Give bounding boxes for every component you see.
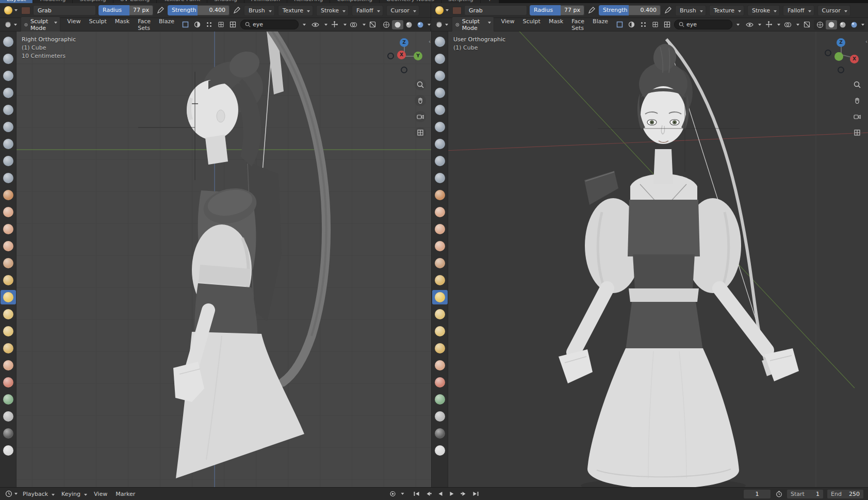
popover-cursor[interactable]: Cursor: [386, 5, 419, 16]
current-frame-field[interactable]: 1: [743, 489, 771, 499]
jump-to-start-button[interactable]: [411, 489, 421, 498]
menu-face-sets[interactable]: Face Sets: [134, 17, 155, 33]
gizmo-y-axis[interactable]: Y: [414, 52, 422, 60]
chevron-down-icon[interactable]: [758, 24, 761, 26]
dots-toggle-icon[interactable]: [638, 20, 648, 29]
chevron-down-icon[interactable]: [736, 24, 740, 26]
workspace-tab-texture-paint[interactable]: Texture Paint: [157, 0, 207, 3]
sculpt-brush-pinch[interactable]: [432, 273, 448, 287]
brush-thumbnail[interactable]: [452, 7, 462, 14]
popover-brush[interactable]: Brush: [675, 5, 706, 16]
auto-keying-button[interactable]: [387, 489, 398, 498]
sculpt-brush-draw-sharp[interactable]: [1, 52, 16, 66]
perspective-toggle-icon[interactable]: [415, 127, 426, 138]
sculpt-brush-pose[interactable]: [432, 358, 448, 373]
sculpt-brush-draw[interactable]: [1, 35, 16, 49]
sculpt-brush-clay-strips[interactable]: [432, 86, 448, 100]
character-model-side-view[interactable]: [0, 31, 431, 487]
search-input[interactable]: [686, 21, 728, 28]
menu-blaze[interactable]: Blaze: [155, 17, 178, 33]
stopwatch-icon[interactable]: [774, 489, 783, 498]
strength-slider[interactable]: Strength 0.400: [168, 5, 230, 15]
menu-view[interactable]: View: [497, 17, 518, 33]
remesh-grid-icon[interactable]: [228, 20, 238, 29]
brush-name-field[interactable]: Grab: [33, 5, 96, 15]
sculpt-brush-layer[interactable]: [1, 120, 16, 134]
gizmo-z-negative[interactable]: [838, 67, 844, 73]
menu-view[interactable]: View: [63, 17, 85, 33]
sculpt-brush-blob[interactable]: [432, 154, 448, 168]
previous-keyframe-button[interactable]: [423, 489, 433, 498]
pan-hand-icon[interactable]: [851, 95, 863, 106]
menu-sculpt[interactable]: Sculpt: [85, 17, 110, 33]
sculpt-brush-thumb[interactable]: [432, 341, 448, 356]
workspace-tab-animation[interactable]: Animation: [244, 0, 287, 3]
mode-select[interactable]: Sculpt Mode: [21, 17, 60, 33]
dots-toggle-icon[interactable]: [205, 20, 214, 29]
gizmo-y-axis[interactable]: [834, 52, 843, 61]
sculpt-brush-snake-hook[interactable]: [432, 324, 448, 338]
chevron-down-icon[interactable]: [428, 24, 431, 26]
sculpt-brush-rotate[interactable]: [1, 392, 16, 407]
workspace-tab-modeling[interactable]: Modeling: [33, 0, 73, 3]
sculpt-brush-elastic-deform[interactable]: [432, 307, 448, 321]
box-toggle-icon[interactable]: [181, 20, 190, 29]
gizmo-y-negative[interactable]: [387, 53, 394, 59]
sculpt-brush-draw[interactable]: [432, 35, 448, 49]
sculpt-brush-slide-relax[interactable]: [1, 409, 16, 424]
sculpt-brush-multiplane-scrape[interactable]: [432, 256, 448, 270]
jump-to-end-button[interactable]: [470, 489, 481, 498]
popover-texture[interactable]: Texture: [278, 5, 313, 16]
pan-hand-icon[interactable]: [415, 95, 426, 106]
popover-stroke[interactable]: Stroke: [747, 5, 780, 16]
gizmo-z-axis[interactable]: Z: [837, 38, 845, 47]
xray-toggle-icon[interactable]: [368, 20, 378, 29]
editor-type-button[interactable]: [434, 20, 449, 29]
sculpt-brush-nudge[interactable]: [1, 375, 16, 390]
sculpt-brush-inflate[interactable]: [1, 137, 16, 151]
character-model-front-view[interactable]: [432, 31, 868, 487]
chevron-down-icon[interactable]: [343, 24, 347, 26]
menu-mask[interactable]: Mask: [545, 17, 567, 33]
sculpt-brush-slide-relax[interactable]: [432, 409, 448, 424]
active-tool-dropdown[interactable]: [434, 5, 450, 15]
gizmo-x-axis[interactable]: X: [397, 51, 406, 59]
shading-wireframe-button[interactable]: [381, 20, 392, 29]
pressure-pen-icon[interactable]: [156, 6, 165, 15]
shading-solid-button[interactable]: [826, 20, 837, 29]
timeline-editor-type-button[interactable]: [4, 489, 19, 498]
timeline-menu-playback[interactable]: Playback: [19, 489, 57, 499]
sculpt-brush-layer[interactable]: [432, 120, 448, 134]
timeline-menu-view[interactable]: View: [90, 489, 111, 499]
workspace-tab-compositing[interactable]: Compositing: [330, 0, 380, 3]
sidebar-toggle-arrow[interactable]: ‹: [865, 39, 867, 44]
lattice-toggle-icon[interactable]: [650, 20, 660, 29]
gizmo-toggle-icon[interactable]: [330, 20, 339, 29]
chevron-down-icon[interactable]: [324, 24, 327, 26]
popover-falloff[interactable]: Falloff: [352, 5, 383, 16]
sculpt-brush-inflate[interactable]: [432, 137, 448, 151]
navigation-gizmo[interactable]: Z Y X: [386, 38, 422, 74]
next-keyframe-button[interactable]: [458, 489, 469, 498]
sculpt-brush-thumb[interactable]: [1, 341, 16, 356]
timeline-menu-keying[interactable]: Keying: [57, 489, 90, 499]
box-toggle-icon[interactable]: [615, 20, 624, 29]
search-input[interactable]: [253, 21, 294, 28]
shading-rendered-button[interactable]: [415, 20, 426, 29]
sculpt-brush-scrape[interactable]: [1, 239, 16, 253]
sculpt-brush-clay[interactable]: [432, 69, 448, 83]
visibility-eye-icon[interactable]: [311, 20, 320, 29]
sculpt-brush-crease[interactable]: [1, 171, 16, 185]
chevron-down-icon[interactable]: [777, 24, 780, 26]
strength-slider[interactable]: Strength 0.400: [599, 5, 661, 15]
sphere-half-icon[interactable]: [193, 20, 202, 29]
sculpt-brush-draw-sharp[interactable]: [432, 52, 448, 66]
chevron-down-icon[interactable]: [401, 493, 404, 495]
gizmo-x-axis[interactable]: X: [850, 55, 859, 63]
sculpt-brush-pinch[interactable]: [1, 273, 16, 287]
start-frame-field[interactable]: Start 1: [787, 489, 824, 499]
sculpt-brush-grab[interactable]: [432, 290, 448, 304]
sculpt-brush-cloth[interactable]: [432, 443, 448, 458]
sphere-half-icon[interactable]: [627, 20, 636, 29]
zoom-icon[interactable]: [851, 79, 863, 90]
